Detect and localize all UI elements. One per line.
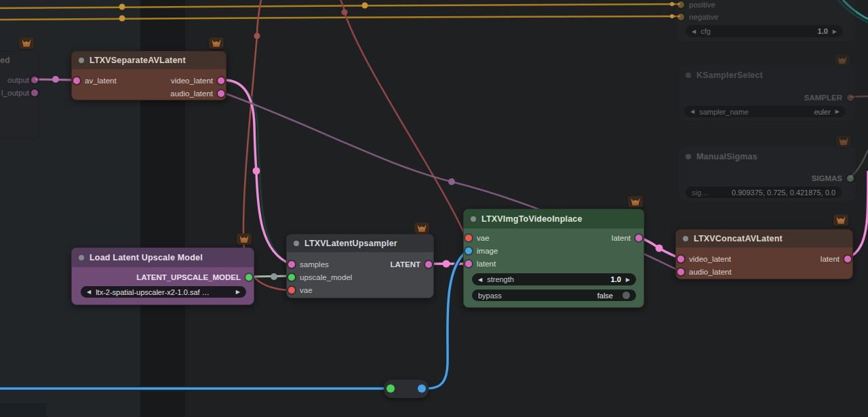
output-label: latent — [612, 233, 631, 243]
status-dot-icon — [79, 58, 84, 63]
fox-icon — [631, 198, 640, 205]
strength-number-widget[interactable]: ◀ strength 1.0 ▶ — [472, 273, 636, 285]
reroute-dot[interactable] — [656, 245, 663, 252]
reroute-output-port[interactable] — [418, 384, 426, 393]
status-dot-icon — [686, 73, 691, 78]
output-port[interactable] — [844, 256, 851, 262]
bypass-toggle-widget[interactable]: bypass false — [472, 290, 636, 301]
fox-icon — [212, 39, 221, 47]
input-port[interactable] — [465, 260, 472, 267]
input-label: av_latent — [85, 75, 117, 86]
node-header[interactable]: ManualSigmas — [679, 146, 855, 167]
widget-label: sampler_name — [699, 108, 749, 116]
input-port[interactable] — [73, 77, 80, 84]
decrement-arrow-icon[interactable]: ◀ — [690, 108, 694, 115]
output-port[interactable] — [245, 274, 252, 281]
increment-arrow-icon[interactable]: ▶ — [626, 277, 630, 283]
node-manual-sigmas[interactable]: ManualSigmas SIGMAS sig… 0.909375, 0.725… — [678, 146, 856, 201]
output-label: SAMPLER — [804, 92, 842, 103]
increment-arrow-icon[interactable]: ▶ — [835, 108, 840, 115]
input-label: latent — [477, 258, 496, 269]
output-port[interactable] — [31, 90, 38, 96]
input-port[interactable] — [677, 14, 684, 20]
node-title: ManualSigmas — [696, 152, 757, 161]
reroute-dot[interactable] — [342, 9, 348, 16]
reroute-dot[interactable] — [443, 260, 450, 268]
status-dot-icon — [294, 241, 299, 246]
node-header[interactable]: KSamplerSelect — [679, 65, 855, 85]
node-header[interactable]: Load Latent Upscale Model — [72, 248, 254, 267]
output-port[interactable] — [635, 235, 642, 241]
node-left-partial[interactable]: ced output l_output — [0, 51, 39, 139]
node-guider[interactable]: positive negative ◀ cfg 1.0 ▶ — [675, 0, 856, 42]
input-port[interactable] — [288, 261, 295, 268]
reroute-dot[interactable] — [253, 167, 260, 175]
increment-arrow-icon[interactable]: ▶ — [236, 289, 240, 295]
output-port[interactable] — [218, 77, 224, 84]
reroute-dot[interactable] — [254, 33, 260, 39]
reroute-input-port[interactable] — [387, 384, 395, 393]
widget-value: 1.0 — [818, 27, 828, 35]
output-port[interactable] — [847, 94, 854, 101]
widget-value: 0.909375, 0.725, 0.421875, 0.0 — [732, 188, 835, 197]
node-graph-canvas[interactable]: ced output l_output LTXVSeparateAVLatent… — [0, 0, 868, 417]
node-header[interactable]: LTXVSeparateAVLatent — [72, 52, 226, 69]
fox-icon — [22, 39, 31, 47]
fox-icon — [837, 216, 846, 224]
input-label: vae — [477, 233, 490, 243]
node-load-latent-upscale-model[interactable]: Load Latent Upscale Model LATENT_UPSCALE… — [71, 247, 254, 305]
input-label: video_latent — [689, 254, 731, 264]
status-dot-icon — [683, 236, 688, 241]
output-port[interactable] — [31, 77, 38, 83]
sampler-combo-widget[interactable]: ◀ sampler_name euler ▶ — [684, 106, 846, 117]
input-label: positive — [689, 0, 715, 10]
output-port[interactable] — [218, 90, 224, 97]
input-label: samples — [300, 259, 329, 270]
fox-icon — [240, 235, 249, 243]
node-header[interactable]: LTXVLatentUpsampler — [287, 235, 433, 252]
output-label: l_output — [1, 87, 29, 98]
decrement-arrow-icon[interactable]: ◀ — [692, 28, 696, 35]
link-positive — [0, 4, 680, 8]
reroute-dot[interactable] — [362, 3, 368, 9]
reroute-dot[interactable] — [271, 273, 277, 280]
node-header[interactable]: LTXVConcatAVLatent — [676, 230, 852, 247]
reroute-dot[interactable] — [119, 16, 125, 22]
fox-badge — [628, 196, 643, 207]
node-ltxv-img-to-video-inplace[interactable]: LTXVImgToVideoInplace vae latent image l… — [463, 209, 644, 308]
input-port[interactable] — [677, 1, 684, 8]
input-port[interactable] — [465, 235, 472, 241]
input-port[interactable] — [288, 274, 295, 281]
fox-badge — [19, 37, 34, 49]
node-ksampler-select[interactable]: KSamplerSelect SAMPLER ◀ sampler_name eu… — [678, 64, 856, 121]
link-end-dot — [670, 14, 674, 18]
increment-arrow-icon[interactable]: ▶ — [833, 28, 837, 35]
link-vae-upsampler — [243, 0, 288, 290]
decrement-arrow-icon[interactable]: ◀ — [87, 289, 91, 295]
input-port[interactable] — [677, 256, 684, 262]
reroute-dot[interactable] — [119, 4, 125, 10]
toggle-knob-icon[interactable] — [623, 292, 630, 299]
cfg-number-widget[interactable]: ◀ cfg 1.0 ▶ — [686, 25, 843, 37]
output-port[interactable] — [425, 261, 432, 268]
sigmas-text-widget[interactable]: sig… 0.909375, 0.725, 0.421875, 0.0 — [686, 186, 842, 198]
reroute-dot[interactable] — [52, 76, 59, 83]
node-ltxv-separate-av-latent[interactable]: LTXVSeparateAVLatent av_latent video_lat… — [71, 51, 226, 100]
node-ltxv-concat-av-latent[interactable]: LTXVConcatAVLatent video_latent latent a… — [675, 229, 853, 279]
widget-label: strength — [487, 275, 514, 283]
input-port[interactable] — [465, 247, 472, 254]
node-header[interactable]: LTXVImgToVideoInplace — [464, 210, 644, 229]
decrement-arrow-icon[interactable]: ◀ — [478, 277, 482, 283]
node-reroute[interactable] — [384, 380, 429, 398]
node-title: LTXVConcatAVLatent — [694, 234, 783, 243]
status-dot-icon — [79, 255, 84, 260]
widget-label: sig… — [692, 188, 709, 197]
input-label: upscale_model — [300, 272, 352, 283]
model-combo-widget[interactable]: ◀ ltx-2-spatial-upscaler-x2-1.0.saf … ▶ — [81, 286, 246, 298]
output-port[interactable] — [847, 175, 854, 182]
input-port[interactable] — [677, 269, 684, 275]
reroute-dot[interactable] — [448, 178, 455, 185]
node-ltxv-latent-upsampler[interactable]: LTXVLatentUpsampler samples LATENT upsca… — [286, 234, 434, 298]
fox-badge — [414, 222, 429, 234]
input-port[interactable] — [288, 287, 295, 294]
